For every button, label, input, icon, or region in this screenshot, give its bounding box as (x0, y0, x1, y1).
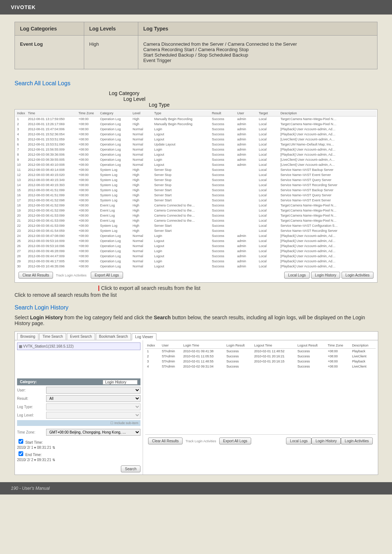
station-icon: ▦ (19, 344, 22, 348)
tab-event-search[interactable]: Event Search (67, 333, 95, 340)
include-sub-item[interactable]: ☐ Include sub-item (17, 420, 140, 426)
log-th: Time (26, 110, 77, 116)
table-row[interactable]: 72012-08-01 15:56:55:009+08:00Operation … (16, 147, 376, 152)
table-row[interactable]: 232012-08-03 08:41:54:059+08:00System Lo… (16, 228, 376, 233)
logtype-label: Log Type: (17, 405, 46, 409)
loglevel-label: Log Level: (17, 413, 46, 417)
start-time-checkbox[interactable] (19, 439, 23, 444)
table-row[interactable]: 1STAdmin2010-02-01 09:41:38Success2010-0… (145, 349, 376, 354)
table-row[interactable]: 302012-08-03 10:46:35:096+08:00Operation… (16, 264, 376, 269)
login-activities-button[interactable]: Login Activities (342, 272, 373, 279)
bottom-buttons-row: Clear All Results Track Login Activities… (145, 434, 376, 447)
login-th: Login Time (181, 342, 225, 349)
login-th: Description (350, 342, 376, 349)
login-history-body-text: Select Login History from the log catego… (15, 315, 377, 326)
table-row[interactable]: 272012-08-03 09:46:28:099+08:00Operation… (16, 249, 376, 254)
clear-all-results-button-2[interactable]: Clear All Results (148, 438, 183, 444)
table-row[interactable]: 172012-08-03 08:41:52:098+08:00System Lo… (16, 198, 376, 203)
footer: 190 - User's Manual (0, 482, 392, 495)
section-search-all-local-logs: Search All Local Logs (15, 80, 377, 87)
th-log-levels: Log Levels (84, 22, 138, 36)
export-all-logs-button-2[interactable]: Export All Logs (219, 438, 252, 444)
table-row[interactable]: 282012-08-03 09:44:47:009+08:00Operation… (16, 254, 376, 259)
table-row[interactable]: 152012-08-03 08:41:51:099+08:00System Lo… (16, 188, 376, 193)
table-row[interactable]: 192012-08-03 08:41:52:099+08:00Event Log… (16, 208, 376, 213)
table-row[interactable]: 92012-08-03 08:39:55:005+08:00Operation … (16, 157, 376, 162)
table-row[interactable]: 82012-08-03 08:39:36:006+08:00Operation … (16, 152, 376, 157)
user-select[interactable] (46, 387, 140, 394)
table-row[interactable]: 32012-08-01 15:47:04:006+08:00Operation … (16, 127, 376, 132)
user-label: User: (17, 388, 46, 392)
td-types: Camera Disconnected from the Server / Ca… (138, 36, 377, 69)
tab-time-search[interactable]: Time Search (39, 333, 66, 340)
category-select[interactable]: Login History (103, 380, 138, 385)
tab-browsing[interactable]: Browsing (17, 333, 38, 340)
log-categories-table: Log Categories Log Levels Log Types Even… (15, 22, 377, 69)
tabs-bar: Browsing Time Search Event Search Bookma… (15, 332, 378, 340)
login-th: User (160, 342, 181, 349)
table-row[interactable]: 12012-08-01 13:17:59:050+08:00Operation … (16, 116, 376, 122)
loglevel-select[interactable] (46, 412, 140, 419)
table-row[interactable]: 292012-08-03 09:46:17:005+08:00Operation… (16, 259, 376, 264)
table-row[interactable]: 242012-08-03 08:47:08:090+08:00Operation… (16, 233, 376, 238)
table-row[interactable]: 162012-08-03 08:41:51:099+08:00System Lo… (16, 193, 376, 198)
log-buttons-row: Clear All Results Track Login Activities… (16, 269, 376, 282)
table-row[interactable]: 102012-08-03 08:40:10:008+08:00Operation… (16, 162, 376, 167)
th-log-types: Log Types (138, 22, 377, 36)
login-th: Logout Result (295, 342, 326, 349)
end-time-value[interactable]: 2010/ 2/ 2 ▾ 09:31:21 ⇅ (17, 458, 140, 462)
category-label: Category: (20, 380, 37, 384)
table-row[interactable]: 202012-08-03 08:41:53:099+08:00Event Log… (16, 213, 376, 218)
label-log-category: Log Category (109, 90, 139, 96)
clear-all-results-button[interactable]: Clear All Results (19, 272, 53, 279)
table-row[interactable]: 262012-08-03 09:53:16:096+08:00Operation… (16, 243, 376, 249)
table-row[interactable]: 212012-08-03 08:41:53:099+08:00Event Log… (16, 218, 376, 223)
login-th: Logout Time (252, 342, 295, 349)
table-row[interactable]: 252012-08-03 09:53:16:009+08:00Operation… (16, 238, 376, 243)
result-select[interactable]: All (46, 395, 140, 402)
table-row[interactable]: 122012-08-03 08:40:15:020+08:00System Lo… (16, 172, 376, 177)
table-row[interactable]: 3STAdmin2010-02-01 11:48:55Success2010-0… (145, 359, 376, 364)
log-th: Level (131, 110, 153, 116)
table-row[interactable]: 62012-08-01 15:53:51:090+08:00Operation … (16, 142, 376, 147)
log-results-table: IndexTimeTime ZoneCategoryLevelTypeResul… (16, 110, 376, 269)
local-logs-button-2[interactable]: Local Logs (286, 438, 311, 444)
th-log-categories: Log Categories (15, 22, 84, 36)
export-note-text: Click to export all search results from … (101, 285, 200, 291)
table-row[interactable]: 4STAdmin2010-02-02 09:31:04SuccessSucces… (145, 364, 376, 369)
end-time-checkbox[interactable] (19, 451, 23, 456)
table-row[interactable]: 2STAdmin2010-02-01 11:05:53Success2010-0… (145, 354, 376, 359)
log-results-panel: IndexTimeTime ZoneCategoryLevelTypeResul… (15, 109, 377, 283)
td-level: High (84, 36, 138, 69)
login-activities-button-2[interactable]: Login Activities (341, 438, 373, 444)
track-login-activities-text: Track Login Activities (56, 274, 86, 277)
export-all-logs-button[interactable]: Export All Logs (91, 272, 123, 279)
table-row[interactable]: 142012-08-03 08:40:15:393+08:00System Lo… (16, 182, 376, 188)
table-row[interactable]: 222012-08-03 08:41:53:099+08:00System Lo… (16, 223, 376, 228)
timezone-label: Time Zone: (17, 430, 46, 434)
search-button[interactable]: Search (121, 465, 140, 472)
timezone-select[interactable]: GMT+08:00 Beijing, Chongqing, Hong Kong,… (46, 429, 140, 436)
table-row[interactable]: 22012-08-01 13:26:17:069+08:00Operation … (16, 122, 376, 127)
local-logs-button[interactable]: Local Logs (284, 272, 310, 279)
start-time-label: Start Time: (25, 440, 43, 444)
table-row[interactable]: 182012-08-03 08:41:52:099+08:00Event Log… (16, 203, 376, 208)
logtype-select[interactable] (46, 403, 140, 410)
tab-log-viewer[interactable]: Log Viewer (132, 333, 156, 340)
station-row[interactable]: ▦ VVTK_Station1(192.168.5.122) (17, 342, 140, 350)
table-row[interactable]: 52012-08-01 15:53:51:059+08:00Operation … (16, 137, 376, 142)
log-th: Index (16, 110, 26, 116)
login-history-button[interactable]: Login History (311, 272, 340, 279)
table-row[interactable]: 132012-08-03 08:40:15:349+08:00System Lo… (16, 177, 376, 182)
tab-bookmark-search[interactable]: Bookmark Search (96, 333, 131, 340)
right-panel: IndexUserLogin TimeLogin ResultLogout Ti… (143, 340, 378, 475)
log-th: Description (279, 110, 376, 116)
log-th: Result (211, 110, 236, 116)
brand-text: VIVOTEK (11, 4, 36, 10)
login-history-button-2[interactable]: Login History (311, 438, 340, 444)
login-history-table: IndexUserLogin TimeLogin ResultLogout Ti… (145, 342, 376, 369)
end-time-label: End Time: (25, 453, 42, 457)
start-time-value[interactable]: 2010/ 2/ 1 ▾ 08:31:21 ⇅ (17, 446, 140, 450)
table-row[interactable]: 42012-08-01 15:52:36:054+08:00Operation … (16, 132, 376, 137)
table-row[interactable]: 112012-08-03 08:40:14:008+08:00System Lo… (16, 167, 376, 172)
